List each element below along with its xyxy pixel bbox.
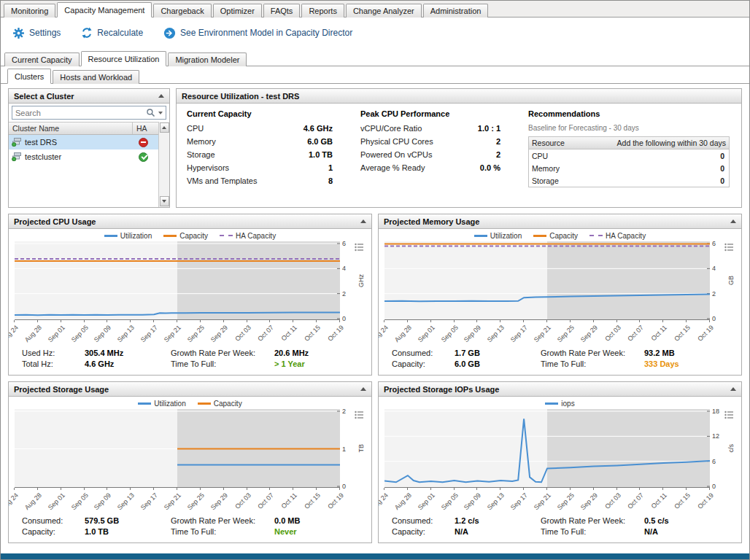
search-icon[interactable] xyxy=(146,108,155,117)
chart-x-axis: Aug 24Aug 28Sep 01Sep 05Sep 09Sep 13Sep … xyxy=(384,320,710,348)
stat-value: > 1 Year xyxy=(274,359,363,368)
legend-swatch xyxy=(474,235,487,237)
tab-administration[interactable]: Administration xyxy=(423,4,489,18)
subtab-resource-utilization[interactable]: Resource Utilization xyxy=(81,51,167,66)
plot-svg xyxy=(384,241,710,319)
x-tick-mark xyxy=(476,488,477,490)
recommendation-row-cpu: CPU0 xyxy=(529,149,729,162)
x-tick-mark xyxy=(14,320,15,322)
subtab-current-capacity[interactable]: Current Capacity xyxy=(4,52,80,66)
recommendation-row-storage: Storage0 xyxy=(529,174,729,187)
settings-button[interactable]: Settings xyxy=(12,27,61,39)
chart-title: Projected CPU Usage xyxy=(14,217,96,226)
metric-row-powered-on-vcpus: Powered On vCPUs2 xyxy=(360,150,500,159)
cluster-table-header: Cluster Name HA xyxy=(9,122,158,135)
chart-legend: UtilizationCapacityHA Capacity xyxy=(15,230,366,241)
cluster-row-testcluster[interactable]: testcluster xyxy=(9,149,158,164)
tab-optimizer[interactable]: Optimizer xyxy=(213,4,262,18)
x-tick-mark xyxy=(247,320,247,322)
cluster-list: test DRStestcluster xyxy=(9,135,158,164)
x-tick-mark xyxy=(454,320,455,322)
viewtab-hosts-and-workload[interactable]: Hosts and Workload xyxy=(53,70,139,84)
x-tick-mark xyxy=(500,320,500,322)
x-tick-mark xyxy=(500,488,500,490)
x-tick-mark xyxy=(61,320,61,322)
chart-title: Projected Memory Usage xyxy=(384,217,479,226)
collapse-icon[interactable] xyxy=(360,219,366,223)
legend-swatch xyxy=(220,235,233,236)
stat-label: Capacity: xyxy=(22,527,85,536)
legend-swatch xyxy=(104,235,117,237)
metric-label: Powered On vCPUs xyxy=(360,150,432,159)
capacity-management-app: MonitoringCapacity ManagementChargebackO… xyxy=(0,0,750,560)
legend-label: HA Capacity xyxy=(236,232,276,240)
chart-area: 061218c/s xyxy=(384,409,735,488)
search-dropdown-caret[interactable] xyxy=(158,112,163,114)
x-tick-mark xyxy=(339,488,340,490)
metric-label: Storage xyxy=(187,150,215,159)
recommendations-section: Recommendations Baseline for Forecasting… xyxy=(528,109,730,204)
collapse-icon[interactable] xyxy=(730,219,736,223)
recommendation-resource: Storage xyxy=(529,176,584,185)
stat-value: 20.6 MHz xyxy=(274,349,363,357)
chart-y-unit-label: TB xyxy=(356,409,366,488)
x-tick-mark xyxy=(293,488,293,490)
column-ha[interactable]: HA xyxy=(132,122,158,134)
x-tick-mark xyxy=(523,320,524,322)
x-tick-mark xyxy=(14,488,15,490)
cluster-row-test-drs[interactable]: test DRS xyxy=(9,135,158,149)
tab-faqts[interactable]: FAQts xyxy=(263,4,301,18)
x-tick-mark xyxy=(200,320,201,322)
cluster-name: test DRS xyxy=(25,138,57,147)
metric-row-physical-cpu-cores: Physical CPU Cores2 xyxy=(360,137,500,146)
collapse-icon[interactable] xyxy=(360,387,366,391)
chart-panel-header: Projected Storage Usage xyxy=(9,382,371,397)
x-tick-mark xyxy=(639,320,640,322)
scroll-down-icon[interactable] xyxy=(160,196,169,206)
legend-swatch xyxy=(533,235,546,237)
chart-area: 0246GB xyxy=(384,241,735,320)
collapse-icon[interactable] xyxy=(158,94,164,98)
chart-title: Projected Storage IOPs Usage xyxy=(384,385,499,394)
chart-plot xyxy=(15,409,340,488)
stat-label: Used Hz: xyxy=(22,349,85,357)
cluster-scrollbar[interactable] xyxy=(158,122,169,207)
tab-chargeback[interactable]: Chargeback xyxy=(153,4,211,18)
chart-y-unit-label: GHz xyxy=(356,241,366,320)
x-tick-mark xyxy=(616,320,617,322)
metric-label: Average % Ready xyxy=(360,163,425,172)
y-tick-label: 12 xyxy=(712,432,719,440)
legend-label: Capacity xyxy=(549,232,578,240)
column-cluster-name[interactable]: Cluster Name xyxy=(9,124,132,133)
view-tab-bar: ClustersHosts and Workload xyxy=(1,66,749,84)
tab-capacity-management[interactable]: Capacity Management xyxy=(57,2,152,18)
recalculate-button[interactable]: Recalculate xyxy=(81,27,143,39)
recommendations-table: Resource Add the following within 30 day… xyxy=(528,136,730,187)
search-input[interactable] xyxy=(15,109,146,117)
x-tick-mark xyxy=(476,320,477,322)
x-tick-mark xyxy=(662,320,663,322)
stat-label: Time To Full: xyxy=(541,527,644,536)
x-tick-mark xyxy=(570,488,571,490)
cluster-name-cell: test DRS xyxy=(9,138,132,147)
scroll-up-icon[interactable] xyxy=(160,122,169,133)
peak-cpu-heading: Peak CPU Performance xyxy=(360,109,500,118)
subtab-migration-modeler[interactable]: Migration Modeler xyxy=(168,52,247,66)
tab-change-analyzer[interactable]: Change Analyzer xyxy=(346,4,422,18)
x-tick-mark xyxy=(686,320,687,322)
collapse-icon[interactable] xyxy=(730,387,736,391)
stat-value: 333 Days xyxy=(644,359,732,368)
stat-value: Never xyxy=(274,527,363,536)
viewtab-clusters[interactable]: Clusters xyxy=(7,69,51,84)
recommendations-table-header: Resource Add the following within 30 day… xyxy=(529,137,729,149)
metric-label: Physical CPU Cores xyxy=(360,137,433,146)
tab-reports[interactable]: Reports xyxy=(301,4,344,18)
x-tick-mark xyxy=(37,320,38,322)
tab-monitoring[interactable]: Monitoring xyxy=(4,4,55,18)
y-tick-label: 1 xyxy=(342,446,346,453)
stat-value: 1.0 TB xyxy=(85,527,171,536)
x-tick-mark xyxy=(593,320,594,322)
environment-model-link[interactable]: See Environment Model in Capacity Direct… xyxy=(163,27,352,39)
sub-tab-bar: Current CapacityResource UtilizationMigr… xyxy=(1,48,749,66)
x-tick-mark xyxy=(247,488,247,490)
